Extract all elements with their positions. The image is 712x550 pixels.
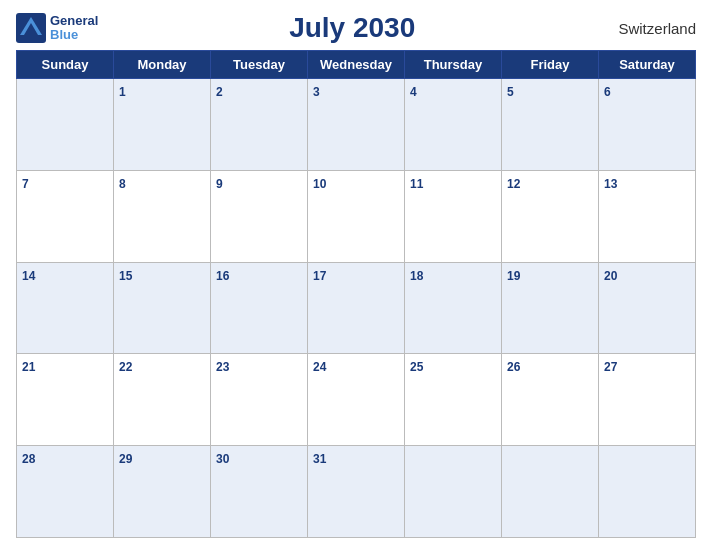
header-thursday: Thursday [405,51,502,79]
day-16: 16 [211,262,308,354]
day-12: 12 [502,170,599,262]
logo: General Blue [16,13,98,43]
day-27: 27 [599,354,696,446]
day-empty-3 [502,446,599,538]
day-25: 25 [405,354,502,446]
day-2: 2 [211,79,308,171]
day-22: 22 [114,354,211,446]
country-label: Switzerland [606,20,696,37]
day-21: 21 [17,354,114,446]
week-row-1: 1 2 3 4 5 6 [17,79,696,171]
day-1: 1 [114,79,211,171]
day-11: 11 [405,170,502,262]
weekday-header-row: Sunday Monday Tuesday Wednesday Thursday… [17,51,696,79]
week-row-4: 21 22 23 24 25 26 27 [17,354,696,446]
header-saturday: Saturday [599,51,696,79]
day-19: 19 [502,262,599,354]
day-13: 13 [599,170,696,262]
logo-icon [16,13,46,43]
day-7: 7 [17,170,114,262]
day-23: 23 [211,354,308,446]
day-8: 8 [114,170,211,262]
day-9: 9 [211,170,308,262]
header-sunday: Sunday [17,51,114,79]
day-3: 3 [308,79,405,171]
day-29: 29 [114,446,211,538]
day-10: 10 [308,170,405,262]
day-empty-4 [599,446,696,538]
day-31: 31 [308,446,405,538]
day-28: 28 [17,446,114,538]
day-18: 18 [405,262,502,354]
day-24: 24 [308,354,405,446]
calendar-header: General Blue July 2030 Switzerland [16,12,696,44]
header-monday: Monday [114,51,211,79]
day-30: 30 [211,446,308,538]
day-6: 6 [599,79,696,171]
day-26: 26 [502,354,599,446]
day-14: 14 [17,262,114,354]
day-17: 17 [308,262,405,354]
calendar-page: General Blue July 2030 Switzerland Sunda… [0,0,712,550]
logo-text: General Blue [50,14,98,43]
calendar-table: Sunday Monday Tuesday Wednesday Thursday… [16,50,696,538]
week-row-3: 14 15 16 17 18 19 20 [17,262,696,354]
day-5: 5 [502,79,599,171]
day-20: 20 [599,262,696,354]
day-4: 4 [405,79,502,171]
header-friday: Friday [502,51,599,79]
header-wednesday: Wednesday [308,51,405,79]
day-15: 15 [114,262,211,354]
week-row-2: 7 8 9 10 11 12 13 [17,170,696,262]
day-empty-2 [405,446,502,538]
week-row-5: 28 29 30 31 [17,446,696,538]
calendar-title: July 2030 [98,12,606,44]
day-empty [17,79,114,171]
header-tuesday: Tuesday [211,51,308,79]
